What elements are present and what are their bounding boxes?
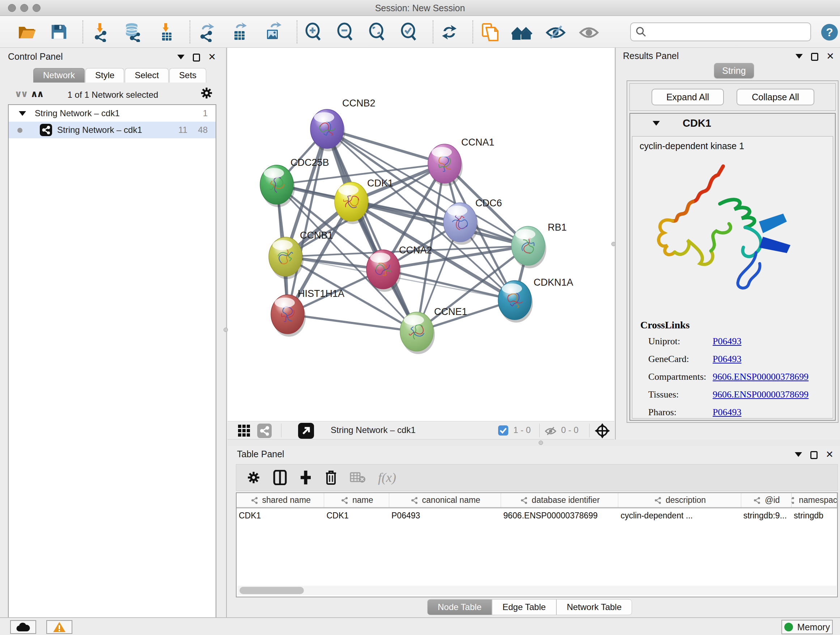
column-header-namespace[interactable]: namespace [791, 493, 837, 507]
column-header-shared-name[interactable]: shared name [237, 493, 324, 507]
network-node-HIST1H1A[interactable]: HIST1H1A [271, 288, 344, 337]
import-network-database-button[interactable] [122, 21, 143, 43]
zoom-out-icon [335, 22, 355, 42]
table-row[interactable]: CDK1CDK1P064939606.ENSP00000378699cyclin… [237, 508, 837, 524]
tab-node-table[interactable]: Node Table [427, 599, 492, 615]
crosslink-link[interactable]: 9606.ENSP00000378699 [713, 389, 808, 400]
close-panel-button[interactable]: ✕ [826, 449, 834, 460]
network-edge[interactable] [287, 314, 417, 332]
scrollbar-thumb[interactable] [240, 587, 304, 594]
export-network-button[interactable] [195, 21, 217, 43]
import-network-file-button[interactable] [89, 21, 111, 43]
export-image-button[interactable] [262, 21, 284, 43]
add-column-button[interactable] [299, 470, 312, 485]
save-session-button[interactable] [48, 21, 69, 43]
node-label: CDC6 [475, 198, 502, 209]
crosslink-link[interactable]: 9606.ENSP00000378699 [713, 371, 808, 382]
network-edge[interactable] [287, 129, 327, 314]
maximize-panel-button[interactable] [811, 53, 818, 61]
help-button[interactable]: ? [821, 24, 838, 41]
show-columns-button[interactable] [273, 470, 287, 485]
birdseye-grid-button[interactable] [238, 424, 251, 437]
network-edge[interactable] [383, 269, 515, 300]
float-panel-button[interactable] [796, 54, 803, 59]
column-type-icon [410, 496, 418, 505]
table-options-gear-button[interactable] [246, 470, 261, 485]
show-all-button[interactable] [578, 21, 600, 43]
maximize-panel-button[interactable] [810, 451, 818, 459]
expand-all-button[interactable]: Expand All [652, 89, 724, 105]
warnings-button[interactable] [46, 620, 73, 634]
network-collection-row[interactable]: String Network – cdk1 1 [9, 105, 216, 122]
hide-selected-button[interactable] [545, 21, 567, 43]
table-cell[interactable]: P06493 [389, 508, 501, 524]
home-button[interactable] [512, 21, 533, 43]
network-node-RB1[interactable]: RB1 [512, 222, 567, 268]
collapse-all-button[interactable]: Collapse All [737, 89, 814, 105]
network-options-gear-button[interactable] [200, 86, 213, 100]
table-cell[interactable]: cyclin-dependent ... [618, 508, 741, 524]
zoom-in-button[interactable] [302, 21, 324, 43]
float-panel-button[interactable] [795, 452, 802, 457]
network-node-CDK1[interactable]: CDK1 [335, 178, 393, 224]
network-node-CCNE1[interactable]: CCNE1 [400, 306, 467, 354]
tab-network[interactable]: Network [33, 68, 85, 82]
column-header-@id[interactable]: @id [741, 493, 792, 507]
float-panel-button[interactable] [177, 55, 185, 59]
table-cell[interactable]: stringdb:9... [741, 508, 792, 524]
table-cell[interactable]: stringdb [791, 508, 837, 524]
tab-style[interactable]: Style [85, 68, 124, 82]
tab-select[interactable]: Select [125, 68, 169, 82]
pan-crosshair-button[interactable] [594, 423, 610, 439]
column-header-name[interactable]: name [324, 493, 389, 507]
left-splitter-grip[interactable] [224, 328, 228, 332]
horizontal-splitter-grip[interactable] [538, 440, 543, 445]
node-entry-header[interactable]: CDK1 [630, 114, 835, 134]
open-session-button[interactable] [16, 21, 38, 43]
maximize-panel-button[interactable] [193, 54, 200, 62]
table-horizontal-scrollbar[interactable] [237, 586, 836, 595]
horizontal-splitter[interactable] [227, 440, 840, 446]
table-body: CDK1CDK1P064939606.ENSP00000378699cyclin… [237, 508, 837, 524]
tab-network-table[interactable]: Network Table [556, 599, 632, 615]
network-view-canvas[interactable]: CCNB2CCNA1CDC25BCDK1CDC6RB1CCNB1CCNA2CDK… [227, 48, 614, 421]
zoom-selected-button[interactable] [398, 21, 420, 43]
refresh-button[interactable] [439, 21, 460, 43]
import-table-file-button[interactable] [155, 21, 177, 43]
entry-expander-icon[interactable] [653, 121, 660, 126]
crosslink-link[interactable]: P06493 [713, 336, 741, 347]
crosslink-link[interactable]: P06493 [713, 354, 741, 364]
close-panel-button[interactable]: ✕ [826, 51, 834, 62]
table-cell[interactable]: 9606.ENSP00000378699 [501, 508, 618, 524]
zoom-out-button[interactable] [334, 21, 356, 43]
column-header-label: database identifier [532, 495, 600, 505]
search-input[interactable] [647, 27, 802, 37]
collection-expander-icon[interactable] [19, 111, 26, 116]
export-table-button[interactable] [229, 21, 250, 43]
table-cell[interactable]: CDK1 [237, 508, 324, 524]
zoom-fit-button[interactable] [366, 21, 388, 43]
memory-button[interactable]: Memory [782, 620, 833, 634]
column-header-database-identifier[interactable]: database identifier [501, 493, 618, 507]
selected-nodes-checkbox-icon[interactable] [498, 425, 508, 435]
table-cell[interactable]: CDK1 [324, 508, 389, 524]
grid-icon [238, 424, 251, 437]
tab-edge-table[interactable]: Edge Table [492, 599, 556, 615]
network-node-CDKN1A[interactable]: CDKN1A [498, 277, 573, 323]
delete-column-button[interactable] [325, 470, 338, 486]
cloud-status-button[interactable] [10, 620, 36, 634]
open-in-window-button[interactable] [298, 423, 314, 439]
function-builder-button[interactable]: f(x) [378, 470, 396, 485]
close-panel-button[interactable]: ✕ [208, 51, 216, 63]
copy-button[interactable] [478, 21, 500, 43]
network-row[interactable]: String Network – cdk1 11 48 [9, 122, 216, 138]
column-header-canonical-name[interactable]: canonical name [389, 493, 501, 507]
hidden-elements-icon[interactable] [545, 424, 557, 437]
network-node-CCNA2[interactable]: CCNA2 [366, 245, 432, 292]
delete-table-button[interactable] [350, 471, 366, 484]
network-badge-icon[interactable] [257, 424, 272, 438]
tab-sets[interactable]: Sets [169, 68, 206, 82]
crosslink-link[interactable]: P06493 [713, 407, 741, 418]
column-header-description[interactable]: description [618, 493, 741, 507]
tab-string[interactable]: String [714, 63, 754, 78]
